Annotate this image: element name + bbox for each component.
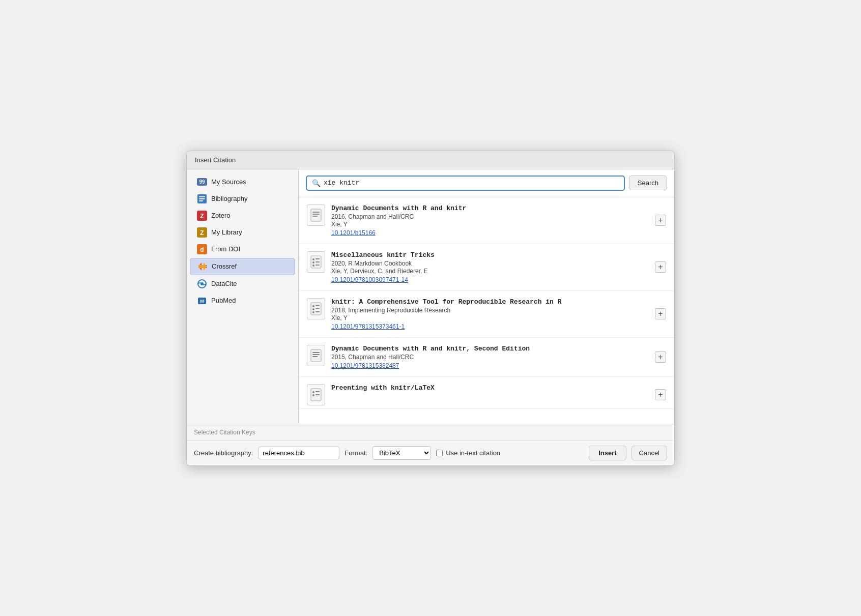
svg-rect-35: [312, 352, 320, 353]
result-icon-article: [307, 298, 325, 319]
result-details: Preenting with knitr/LaTeX: [331, 384, 649, 393]
svg-rect-22: [315, 258, 320, 259]
create-bib-label: Create bibliography:: [194, 449, 253, 457]
result-doi-link[interactable]: 10.1201/b15166: [331, 229, 376, 237]
citation-keys-row: Selected Citation Keys: [187, 424, 674, 441]
result-add-button[interactable]: +: [655, 261, 666, 273]
result-doi-link[interactable]: 10.1201/9781315373461-1: [331, 323, 405, 330]
sidebar-item-my-sources[interactable]: 99 My Sources: [190, 174, 295, 190]
svg-point-32: [312, 311, 314, 313]
result-title: Miscellaneous knitr Tricks: [331, 251, 649, 259]
bibliography-icon: [197, 194, 207, 204]
svg-rect-40: [315, 391, 320, 392]
table-row: Preenting with knitr/LaTeX +: [299, 377, 674, 409]
citation-keys-label: Selected Citation Keys: [194, 429, 255, 436]
svg-rect-31: [315, 308, 320, 309]
svg-rect-19: [312, 216, 318, 217]
svg-rect-33: [315, 311, 320, 312]
crossref-icon: [197, 261, 208, 272]
sidebar-item-label-zotero: Zotero: [211, 212, 231, 219]
title-bar: Insert Citation: [187, 151, 674, 169]
sidebar-item-datacite[interactable]: DataCite: [190, 276, 295, 292]
use-intext-wrap: Use in-text citation: [436, 449, 500, 457]
zotero-icon: Z: [197, 211, 207, 221]
svg-point-28: [312, 305, 314, 307]
result-add-button[interactable]: +: [655, 351, 666, 363]
sidebar-item-label-pubmed: PubMed: [211, 297, 236, 304]
svg-point-30: [312, 308, 314, 310]
sidebar-item-label-bibliography: Bibliography: [211, 195, 248, 202]
result-add-button[interactable]: +: [655, 215, 666, 226]
svg-text:Z: Z: [200, 229, 204, 237]
result-meta: 2018, Implementing Reproducible Research: [331, 307, 649, 314]
pubmed-icon: M: [197, 296, 207, 306]
sidebar-item-label-my-library: My Library: [211, 228, 242, 236]
svg-rect-1: [199, 196, 205, 197]
insert-button[interactable]: Insert: [589, 446, 626, 460]
table-row: Dynamic Documents with R and knitr, Seco…: [299, 338, 674, 377]
result-details: Dynamic Documents with R and knitr, Seco…: [331, 345, 649, 369]
svg-rect-24: [315, 261, 320, 262]
svg-rect-37: [312, 356, 318, 357]
search-input[interactable]: [324, 179, 619, 187]
table-row: knitr: A Comprehensive Tool for Reproduc…: [299, 291, 674, 338]
sidebar-item-label-from-doi: From DOI: [211, 245, 240, 253]
search-icon: 🔍: [312, 179, 321, 187]
table-row: Miscellaneous knitr Tricks 2020, R Markd…: [299, 244, 674, 291]
svg-rect-17: [312, 212, 320, 213]
action-row: Create bibliography: Format: BibTeX CSL-…: [187, 441, 674, 465]
result-add-button[interactable]: +: [655, 308, 666, 319]
sidebar-item-from-doi[interactable]: d From DOI: [190, 241, 295, 257]
result-author: Xie, Y, Dervieux, C, and Riederer, E: [331, 268, 649, 275]
svg-rect-18: [312, 214, 320, 215]
table-row: Dynamic Documents with R and knitr 2016,…: [299, 197, 674, 244]
result-meta: 2015, Chapman and Hall/CRC: [331, 354, 649, 361]
sidebar-item-bibliography[interactable]: Bibliography: [190, 191, 295, 207]
result-doi-link[interactable]: 10.1201/9781003097471-14: [331, 276, 408, 283]
svg-text:M: M: [200, 299, 204, 304]
svg-rect-16: [311, 209, 321, 221]
format-select[interactable]: BibTeX CSL-JSON CSL-YAML: [372, 446, 431, 460]
sidebar-item-my-library[interactable]: Z My Library: [190, 224, 295, 241]
result-meta: 2020, R Markdown Cookbook: [331, 260, 649, 267]
result-author: Xie, Y: [331, 221, 649, 228]
svg-rect-29: [315, 305, 320, 306]
svg-rect-36: [312, 354, 320, 355]
datacite-icon: [197, 279, 207, 289]
sidebar-item-pubmed[interactable]: M PubMed: [190, 292, 295, 309]
svg-rect-42: [315, 394, 320, 395]
result-title: Dynamic Documents with R and knitr, Seco…: [331, 345, 649, 353]
format-label: Format:: [345, 449, 367, 457]
bottom-bar: Selected Citation Keys Create bibliograp…: [187, 424, 674, 465]
svg-rect-34: [311, 349, 321, 362]
result-details: Miscellaneous knitr Tricks 2020, R Markd…: [331, 251, 649, 283]
result-doi-link[interactable]: 10.1201/9781315382487: [331, 362, 399, 369]
svg-rect-2: [199, 198, 205, 199]
sidebar-item-crossref[interactable]: Crossref: [190, 258, 295, 275]
result-meta: 2016, Chapman and Hall/CRC: [331, 213, 649, 220]
svg-point-39: [312, 391, 314, 393]
sidebar-item-zotero[interactable]: Z Zotero: [190, 208, 295, 224]
search-button[interactable]: Search: [629, 175, 667, 190]
result-icon-article: [307, 384, 325, 405]
use-intext-checkbox[interactable]: [436, 450, 443, 456]
result-icon-article: [307, 251, 325, 273]
bib-filename-input[interactable]: [258, 447, 339, 459]
my-library-icon: Z: [197, 227, 207, 238]
result-author: Xie, Y: [331, 314, 649, 321]
svg-point-21: [312, 258, 314, 260]
result-title: Dynamic Documents with R and knitr: [331, 204, 649, 212]
result-icon-book: [307, 345, 325, 366]
cancel-button[interactable]: Cancel: [632, 446, 667, 460]
from-doi-icon: d: [197, 244, 207, 254]
result-add-button[interactable]: +: [655, 389, 666, 400]
result-title: knitr: A Comprehensive Tool for Reproduc…: [331, 298, 649, 306]
result-details: knitr: A Comprehensive Tool for Reproduc…: [331, 298, 649, 330]
search-bar: 🔍 Search: [299, 169, 674, 197]
result-title: Preenting with knitr/LaTeX: [331, 384, 649, 392]
result-icon-book: [307, 204, 325, 226]
svg-text:d: d: [200, 246, 204, 253]
sidebar-item-label-datacite: DataCite: [211, 280, 237, 287]
svg-rect-3: [199, 200, 203, 201]
sidebar-item-label-my-sources: My Sources: [211, 178, 246, 186]
